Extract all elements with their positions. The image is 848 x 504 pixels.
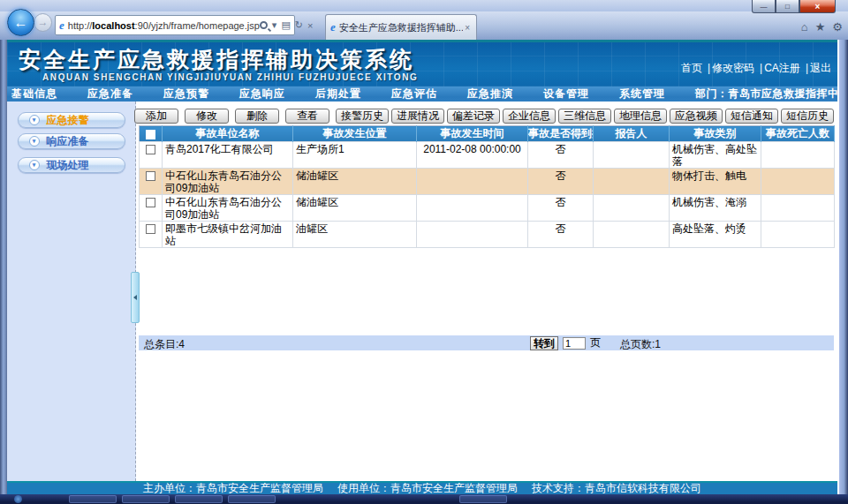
window-border-left [0,40,7,494]
system-subtitle-pinyin: ANQUAN SHENGCHAN YINGJIJIUYUAN ZHIHUI FU… [42,72,418,82]
sms-history-button[interactable]: 短信历史 [781,109,834,124]
sms-notify-button[interactable]: 短信通知 [725,109,778,124]
page-header: 安全生产应急救援指挥辅助决策系统 ANQUAN SHENGCHAN YINGJI… [7,40,837,87]
menu-post-disposal[interactable]: 后期处置 [315,87,361,102]
page-number-input[interactable] [563,337,586,350]
cell-time [417,222,528,248]
sidebar: ▾ 应急接警 ▾ 响应准备 ▾ 现场处理 [7,102,136,481]
tab-close-icon[interactable]: × [463,23,472,33]
table-row[interactable]: 青岛2017化工有限公司 生产场所1 2011-02-08 00:00:00 否… [140,142,835,169]
geographic-info-button[interactable]: 地理信息 [614,109,667,124]
cell-unit: 中石化山东青岛石油分公司09加油站 [163,169,293,195]
window-close-button[interactable]: × [799,0,836,13]
menu-equipment-management[interactable]: 设备管理 [543,87,589,102]
stop-icon[interactable]: × [307,20,313,31]
favorites-star-icon[interactable]: ★ [815,20,826,34]
taskbar-button[interactable] [175,495,223,503]
department-label: 部门：青岛市应急救援指挥中心 [695,87,848,102]
taskbar-button[interactable] [69,495,117,503]
menu-emergency-warning[interactable]: 应急预警 [163,87,209,102]
compatibility-view-icon[interactable]: ▤ [281,19,290,31]
menu-emergency-preparation[interactable]: 应急准备 [87,87,133,102]
link-ca-register[interactable]: CA注册 [764,62,800,74]
select-all-checkbox[interactable] [146,130,155,139]
header-links: 首页|修改密码|CA注册|退出 [681,61,831,76]
back-button[interactable]: ← [7,9,34,36]
taskbar-button[interactable] [228,495,276,503]
goto-page-button[interactable]: 转到 [530,336,558,350]
chevron-down-icon: ▾ [29,115,40,125]
cell-time [417,169,528,195]
sidebar-item-emergency-alarm[interactable]: ▾ 应急接警 [18,112,125,128]
refresh-icon[interactable]: ↻ [295,19,303,31]
row-checkbox[interactable] [146,145,155,154]
cell-location: 储油罐区 [293,195,417,222]
total-items-label: 总条目:4 [144,337,185,352]
window-maximize-button[interactable]: □ [776,0,799,13]
link-logout[interactable]: 退出 [810,62,831,74]
window-minimize-button[interactable]: — [752,0,776,13]
cell-controlled: 否 [528,169,594,195]
row-checkbox[interactable] [146,224,155,234]
table-row[interactable]: 中石化山东青岛石油分公司09加油站 储油罐区 否 机械伤害、淹溺 [140,195,835,222]
menu-emergency-response[interactable]: 应急响应 [239,87,285,102]
menu-emergency-evaluation[interactable]: 应急评估 [391,87,437,102]
home-icon[interactable]: ⌂ [801,20,808,34]
taskbar-button[interactable] [122,495,170,503]
search-dropdown-icon[interactable]: ▾ [272,19,277,31]
menu-emergency-drill[interactable]: 应急推演 [467,87,513,102]
alarm-history-button[interactable]: 接警历史 [336,109,389,124]
delete-button[interactable]: 删除 [235,109,279,124]
forward-button[interactable]: → [34,13,52,32]
page-footer: 主办单位：青岛市安全生产监督管理局 使用单位：青岛市安全生产监督管理局 技术支持… [7,481,837,494]
ie-favicon: e [59,19,64,33]
cell-category: 物体打击、触电 [670,169,761,195]
add-button[interactable]: 添加 [134,109,178,124]
browser-tab[interactable]: e 安全生产应急救援指挥辅助... × [325,14,477,40]
cell-unit: 中石化山东青岛石油分公司09加油站 [163,195,293,222]
cell-controlled: 否 [528,222,594,248]
row-checkbox[interactable] [146,171,155,181]
cell-deaths [761,142,835,169]
modify-button[interactable]: 修改 [185,109,229,124]
toolbar: 添加 修改 删除 查看 接警历史 进展情况 偏差记录 企业信息 三维信息 地理信… [134,109,834,124]
cell-reporter [594,169,670,195]
main-panel: 添加 修改 删除 查看 接警历史 进展情况 偏差记录 企业信息 三维信息 地理信… [137,102,837,481]
taskbar-button[interactable] [459,495,507,503]
sidebar-item-label: 现场处理 [47,158,89,173]
cell-category: 机械伤害、高处坠落 [670,142,761,169]
tab-favicon: e [330,20,336,34]
cell-deaths [761,195,835,222]
col-reporter: 报告人 [594,126,670,142]
cell-unit: 即墨市七级镇中岔河加油站 [163,222,293,248]
sidebar-item-response-preparation[interactable]: ▾ 响应准备 [18,133,125,149]
link-home[interactable]: 首页 [681,62,702,74]
row-checkbox[interactable] [146,198,155,207]
deviation-record-button[interactable]: 偏差记录 [447,109,500,124]
start-orb-icon[interactable] [14,495,22,503]
table-row[interactable]: 即墨市七级镇中岔河加油站 油罐区 否 高处坠落、灼烫 [140,222,835,248]
search-icon[interactable] [260,21,268,29]
address-bar[interactable]: e http://localhost:90/yjzh/frame/homepag… [55,15,295,35]
enterprise-info-button[interactable]: 企业信息 [503,109,556,124]
link-change-password[interactable]: 修改密码 [712,62,754,74]
col-controlled: 事故是否得到控制 [528,126,594,142]
url-text[interactable]: http://localhost:90/yjzh/frame/homepage.… [68,20,260,31]
menu-basic-info[interactable]: 基础信息 [11,87,57,102]
windows-taskbar[interactable] [0,494,848,504]
col-time: 事故发生时间 [417,126,528,142]
three-d-info-button[interactable]: 三维信息 [558,109,611,124]
menu-system-management[interactable]: 系统管理 [619,87,665,102]
cell-controlled: 否 [528,142,594,169]
tools-gear-icon[interactable]: ⚙ [832,20,843,34]
sidebar-collapse-handle[interactable] [131,272,140,323]
main-menubar: 基础信息 应急准备 应急预警 应急响应 后期处置 应急评估 应急推演 设备管理 … [7,87,837,102]
chevron-down-icon: ▾ [29,136,40,147]
view-button[interactable]: 查看 [285,109,329,124]
sidebar-item-scene-handling[interactable]: ▾ 现场处理 [18,157,125,173]
pagination-bar: 总条目:4 转到 页 总页数:1 [139,335,834,350]
col-location: 事故发生位置 [293,126,417,142]
emergency-video-button[interactable]: 应急视频 [670,109,723,124]
progress-button[interactable]: 进展情况 [391,109,444,124]
table-row-selected[interactable]: 中石化山东青岛石油分公司09加油站 储油罐区 否 物体打击、触电 [140,169,835,195]
